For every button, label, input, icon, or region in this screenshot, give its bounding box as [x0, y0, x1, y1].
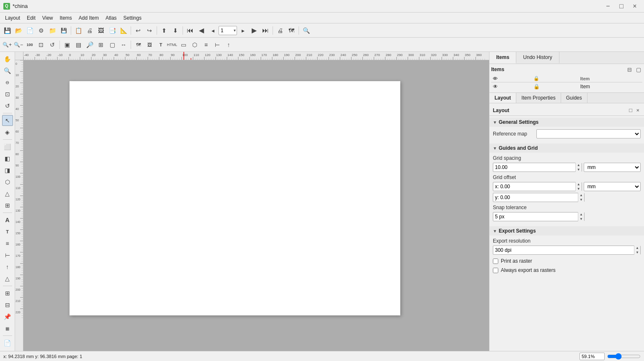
canvas-area[interactable]: [23, 60, 489, 351]
menu-edit[interactable]: Edit: [23, 14, 39, 22]
properties-expand-btn[interactable]: □: [628, 107, 634, 114]
snap-tolerance-up-btn[interactable]: ▲: [578, 212, 584, 217]
zoom-fit-tool-btn[interactable]: ⊡: [2, 89, 13, 100]
export-pdf-button[interactable]: 📑: [107, 25, 118, 36]
text-tool-btn[interactable]: T: [2, 226, 13, 237]
export-svg-button[interactable]: 📐: [118, 25, 129, 36]
menu-add-item[interactable]: Add Item: [75, 14, 102, 22]
menu-layout[interactable]: Layout: [2, 14, 23, 22]
scalebar-tool-btn[interactable]: ⊢: [2, 250, 13, 261]
next-page2-button[interactable]: ▶: [249, 25, 260, 36]
atlas-settings-button[interactable]: 🔍: [301, 25, 312, 36]
canvas-wrapper[interactable]: (function() { // Will be drawn below via…: [15, 52, 489, 351]
grid-spacing-down-btn[interactable]: ▼: [576, 167, 582, 172]
grid-offset-y-up-btn[interactable]: ▲: [578, 193, 584, 197]
undo-button[interactable]: ↩: [133, 25, 144, 36]
zoom-in-tool-btn[interactable]: 🔍: [2, 65, 13, 76]
add-scalebar-btn[interactable]: ⊢: [212, 39, 223, 50]
print-as-raster-checkbox[interactable]: [493, 259, 498, 264]
zoom-fit-btn[interactable]: ⊡: [36, 39, 46, 50]
select-tool-btn[interactable]: ↖: [2, 115, 13, 126]
next-page-button[interactable]: ▸: [237, 25, 248, 36]
save-button[interactable]: 💾: [2, 25, 13, 36]
reference-map-select[interactable]: [536, 129, 641, 138]
lower-items-button[interactable]: ⬇: [170, 25, 181, 36]
grid-offset-y-down-btn[interactable]: ▼: [578, 197, 584, 202]
zoom-100-btn[interactable]: 100: [24, 39, 35, 50]
add-map-btn[interactable]: 🗺: [133, 39, 144, 50]
legend-tool-btn[interactable]: ≡: [2, 238, 13, 249]
add-group-tool-btn[interactable]: ⊞: [2, 200, 13, 211]
tab-item-properties[interactable]: Item Properties: [516, 93, 561, 103]
zoom-input[interactable]: [580, 353, 605, 360]
print2-button[interactable]: 🖨: [275, 25, 286, 36]
menu-settings[interactable]: Settings: [120, 14, 145, 22]
properties-panel[interactable]: Layout □ × ▼ General Settings Reference …: [489, 103, 644, 351]
north-arrow-tool-btn[interactable]: ↑: [2, 261, 13, 272]
print-button[interactable]: 🖨: [84, 25, 95, 36]
pin-tool-btn[interactable]: 📌: [2, 311, 13, 322]
export-atlas-button[interactable]: 🗺: [286, 25, 297, 36]
grid-spacing-unit-select[interactable]: mm cm in pt px: [584, 163, 641, 172]
add-legend-btn[interactable]: ≡: [201, 39, 211, 50]
zoom-out-tool-btn[interactable]: ⊖: [2, 77, 13, 88]
page-input[interactable]: [219, 28, 234, 33]
export-res-up-btn[interactable]: ▲: [634, 246, 640, 250]
add-image-btn[interactable]: 🖼: [144, 39, 155, 50]
add-map-tool-btn[interactable]: ⬜: [2, 141, 13, 152]
zoom-layout-btn[interactable]: 🔎: [84, 39, 95, 50]
resize-btn[interactable]: ↔: [118, 39, 129, 50]
page-dropdown-arrow[interactable]: ▾: [234, 28, 237, 33]
export-image-button[interactable]: 🖼: [95, 25, 106, 36]
prev-page-button[interactable]: ◀: [196, 25, 207, 36]
zoom-in-btn[interactable]: 🔍+: [2, 39, 13, 50]
open-button[interactable]: 📂: [13, 25, 24, 36]
unselect-btn[interactable]: ▢: [107, 39, 118, 50]
tab-guides[interactable]: Guides: [561, 93, 587, 103]
edit-nodes-btn[interactable]: ◈: [2, 127, 13, 138]
page-tool-btn[interactable]: 📄: [2, 338, 13, 348]
grid-offset-x-input[interactable]: [493, 184, 575, 189]
tab-items[interactable]: Items: [489, 52, 516, 64]
maximize-button[interactable]: □: [616, 2, 627, 10]
pan-tool-btn[interactable]: ✋: [2, 54, 13, 64]
section-general-settings[interactable]: ▼ General Settings: [489, 118, 644, 127]
properties-close-btn[interactable]: ×: [635, 107, 641, 114]
zoom-out-btn[interactable]: 🔍−: [13, 39, 24, 50]
select-group-btn[interactable]: ▤: [73, 39, 84, 50]
export-res-down-btn[interactable]: ▼: [634, 250, 640, 255]
add-pages-button[interactable]: 📋: [73, 25, 84, 36]
add-poly-tool-btn[interactable]: ⬡: [2, 177, 13, 187]
open-folder-button[interactable]: 📁: [47, 25, 58, 36]
redo-button[interactable]: ↪: [144, 25, 155, 36]
items-panel-filter-btn[interactable]: ⊟: [626, 66, 633, 73]
barcode-tool-btn[interactable]: ▦: [2, 323, 13, 334]
refresh-tool-btn[interactable]: ↺: [2, 100, 13, 111]
tab-undo-history[interactable]: Undo History: [516, 52, 559, 64]
first-page-button[interactable]: ⏮: [185, 25, 196, 36]
grid-spacing-input[interactable]: [493, 164, 575, 170]
add-3d-tool-btn[interactable]: ◧: [2, 153, 13, 164]
items-row[interactable]: 👁 🔒 Item: [491, 82, 642, 91]
add-text-btn[interactable]: T: [155, 39, 166, 50]
grid-offset-x-down-btn[interactable]: ▼: [576, 187, 582, 191]
grid-offset-x-up-btn[interactable]: ▲: [576, 182, 582, 187]
add-poly-btn[interactable]: ⬡: [189, 39, 200, 50]
close-button[interactable]: ×: [629, 2, 641, 10]
properties-button[interactable]: ⚙: [36, 25, 46, 36]
back-page-button[interactable]: ◂: [207, 25, 218, 36]
attribute-tool-btn[interactable]: ⊟: [2, 300, 13, 310]
zoom-slider[interactable]: [607, 353, 641, 360]
grid-offset-x-unit-select[interactable]: mm cm in pt px: [584, 182, 641, 191]
raise-items-button[interactable]: ⬆: [159, 25, 170, 36]
label-tool-btn[interactable]: A: [2, 215, 13, 225]
save-as-button[interactable]: 📄: [24, 25, 35, 36]
zoom-sel-btn[interactable]: ⊞: [95, 39, 106, 50]
select-all-btn[interactable]: ▣: [62, 39, 72, 50]
export-res-input[interactable]: [493, 247, 634, 253]
section-guides-grid[interactable]: ▼ Guides and Grid: [489, 143, 644, 153]
add-html-tool-btn[interactable]: ◨: [2, 165, 13, 176]
refresh-btn[interactable]: ↺: [47, 39, 58, 50]
save-disk-button[interactable]: 💾: [58, 25, 69, 36]
triangle-tool-btn[interactable]: △: [2, 273, 13, 284]
